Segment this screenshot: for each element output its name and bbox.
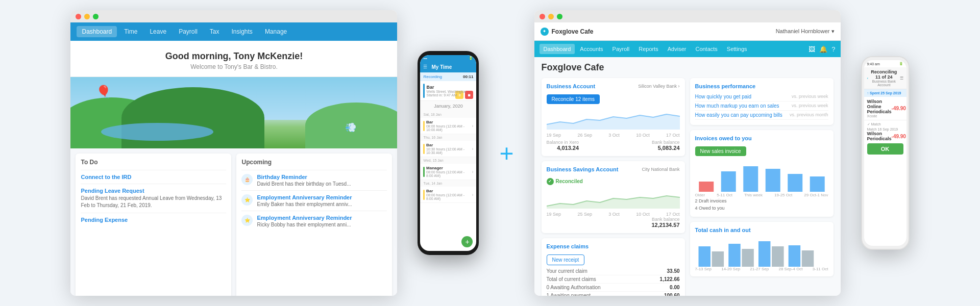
- recording-time: 00:11: [463, 74, 473, 79]
- new-receipt-button[interactable]: New receipt: [547, 254, 585, 265]
- nav-time[interactable]: Time: [119, 26, 142, 37]
- xnav-payroll[interactable]: Payroll: [608, 44, 634, 54]
- nav-leave[interactable]: Leave: [144, 26, 172, 37]
- minimize-dot[interactable]: [84, 14, 90, 19]
- phone2-device: 9:40 am 🔋 ‹ Reconciling 11 of 24 Busines…: [861, 56, 910, 250]
- inv-date-3: 19-25 Oct: [774, 193, 792, 197]
- svg-rect-12: [788, 245, 800, 267]
- upcoming-title-1[interactable]: Employment Anniversary Reminder: [257, 194, 352, 200]
- upcoming-title-2[interactable]: Employment Anniversary Reminder: [257, 215, 352, 221]
- xero-content: Foxglove Cafe Business Account Silicon V…: [534, 57, 841, 296]
- phone2-spent-label: Spent 25 Sep 2019: [870, 91, 901, 95]
- cash-date-1: 14-20 Sep: [721, 267, 740, 271]
- add-time-button[interactable]: +: [461, 236, 473, 247]
- upcoming-item-2: ⭐ Employment Anniversary Reminder Ricky …: [241, 211, 387, 231]
- ba-date-start: 19 Sep: [547, 133, 561, 138]
- maximize-dot[interactable]: [93, 14, 99, 19]
- xnav-dashboard[interactable]: Dashboard: [540, 44, 575, 54]
- todo-desc-leave: David Brent has requested Annual Leave f…: [81, 195, 226, 209]
- entry-row-0[interactable]: Bar 08:00 hours (12:00 AM - 10:00 AM) ›: [420, 118, 476, 134]
- business-perf-card: Business performance How quickly you get…: [690, 78, 834, 125]
- todo-item-expense: Pending Expense: [81, 213, 226, 226]
- xnav-adviser[interactable]: Adviser: [664, 44, 691, 54]
- illustration: 🎈 💨: [70, 77, 397, 148]
- entry-row-3[interactable]: Bar 08:00 hours (12:00 AM - 8:00 AM) ›: [420, 187, 476, 203]
- cash-date-4: 3-11 Oct: [813, 267, 828, 271]
- xero-topbar: ✦ Foxglove Cafe Nathaniel Hornblower ▾: [534, 22, 841, 41]
- xero-maximize-dot[interactable]: [557, 14, 562, 19]
- phone2-menu-icon[interactable]: ☰: [900, 76, 903, 81]
- help-icon[interactable]: ?: [831, 45, 835, 53]
- close-dot[interactable]: [76, 14, 81, 19]
- perf-item-2[interactable]: How easily you can pay upcoming bills vs…: [695, 111, 828, 120]
- nav-payroll[interactable]: Payroll: [174, 26, 203, 37]
- photo-icon[interactable]: 🖼: [808, 45, 815, 53]
- xero-minimize-dot[interactable]: [548, 14, 554, 19]
- todo-link-leave[interactable]: Pending Leave Request: [81, 188, 226, 194]
- sa-date-end: 17 Oct: [666, 212, 680, 217]
- xero-company-name: Foxglove Cafe: [552, 28, 594, 35]
- phone2-reconcile-title: Reconciling 11 of 24: [868, 69, 899, 80]
- entry-row-1[interactable]: Bar 10:30 hours (12:00 AM - 10:30 AM) ›: [420, 141, 476, 157]
- ba-bank[interactable]: Silicon Valley Bank ›: [638, 84, 679, 89]
- phone2-entry-name-0: Wilson Online Periodicals: [867, 99, 892, 114]
- inv-title: Invoices owed to you: [695, 135, 828, 141]
- todo-link-expense[interactable]: Pending Expense: [81, 217, 226, 223]
- date-group-3: Tue, 14 Jan: [420, 180, 476, 187]
- ok-button[interactable]: OK: [867, 143, 903, 155]
- nav-insights[interactable]: Insights: [227, 26, 258, 37]
- expense-label-current: Your current claim: [547, 268, 587, 274]
- chevron-right-3: ›: [472, 192, 473, 197]
- sa-bank[interactable]: City National Bank: [642, 167, 679, 172]
- reconciled-badge: ✓ Reconciled: [547, 178, 583, 185]
- battery-icon: 🔋: [469, 56, 473, 60]
- perf-label-2: How easily you can pay upcoming bills: [695, 112, 782, 118]
- inv-stat-1: 4 Owed to you: [695, 205, 828, 212]
- signal-icon: ▪▪▪: [423, 57, 427, 60]
- todo-link-ird[interactable]: Connect to the IRD: [81, 174, 226, 180]
- nav-manage[interactable]: Manage: [260, 26, 292, 37]
- new-invoice-button[interactable]: New sales invoice: [695, 146, 746, 156]
- phone-device: ▪▪▪ 🔋 ☰ My Time Recording 00:11 Bar Well…: [418, 51, 479, 255]
- upcoming-title: Upcoming: [241, 159, 387, 166]
- sa-bank-value: 12,2134.57: [547, 222, 680, 228]
- entry-row-2[interactable]: Manager 08:00 hours (12:00 AM - 8:00 AM)…: [420, 164, 476, 180]
- sa-chart: [547, 188, 680, 209]
- xnav-contacts[interactable]: Contacts: [691, 44, 721, 54]
- perf-item-1[interactable]: How much markup you earn on sales vs. pr…: [695, 101, 828, 111]
- phone2-match-section: ✓ Match Match 16 Sep 2019 Wilson Periodi…: [864, 120, 906, 157]
- date-group-1: Thu, 16 Jan: [420, 134, 476, 141]
- upcoming-item-0: 🎂 Birthday Reminder David Brent has thei…: [241, 170, 387, 190]
- upcoming-item-1: ⭐ Employment Anniversary Reminder Emily …: [241, 190, 387, 211]
- xnav-accounts[interactable]: Accounts: [576, 44, 607, 54]
- svg-rect-0: [699, 182, 714, 192]
- ba-bank-value: 5,083.24: [652, 145, 680, 151]
- svg-rect-2: [743, 166, 758, 192]
- xnav-settings[interactable]: Settings: [723, 44, 751, 54]
- xero-nav: Dashboard Accounts Payroll Reports Advis…: [534, 41, 841, 57]
- xnav-reports[interactable]: Reports: [634, 44, 663, 54]
- nav-dashboard[interactable]: Dashboard: [77, 26, 117, 37]
- month-header: January, 2020: [420, 101, 476, 111]
- perf-vs-0: vs. previous week: [792, 94, 828, 99]
- upcoming-title-0[interactable]: Birthday Reminder: [257, 174, 351, 180]
- ba-xero-value: 4,013.24: [547, 145, 579, 151]
- hamburger-icon[interactable]: ☰: [423, 64, 427, 69]
- desktop-titlebar: [70, 10, 397, 22]
- cash-date-0: 7-13 Sep: [695, 267, 712, 271]
- xero-close-dot[interactable]: [540, 14, 545, 19]
- xero-user[interactable]: Nathaniel Hornblower ▾: [776, 28, 835, 35]
- total-cash-card: Total cash in and out: [690, 222, 834, 276]
- perf-item-0[interactable]: How quickly you get paid vs. previous we…: [695, 92, 828, 101]
- notification-icon[interactable]: 🔔: [819, 45, 827, 53]
- reconciled-label: Reconciled: [556, 178, 583, 184]
- entry-name-1: Bar: [426, 143, 472, 147]
- inv-stat-0: 2 Draft invoices: [695, 197, 828, 205]
- svg-rect-11: [772, 246, 783, 267]
- current-entry-time: Started in: 9:47 AM: [426, 93, 466, 97]
- phone2-time: 9:40 am: [867, 62, 880, 66]
- reconcile-button[interactable]: Reconcile 12 items: [547, 94, 600, 104]
- nav-tax[interactable]: Tax: [205, 26, 225, 37]
- inv-date-2: This week: [744, 193, 763, 197]
- ec-card-header: Expense claims: [547, 243, 680, 249]
